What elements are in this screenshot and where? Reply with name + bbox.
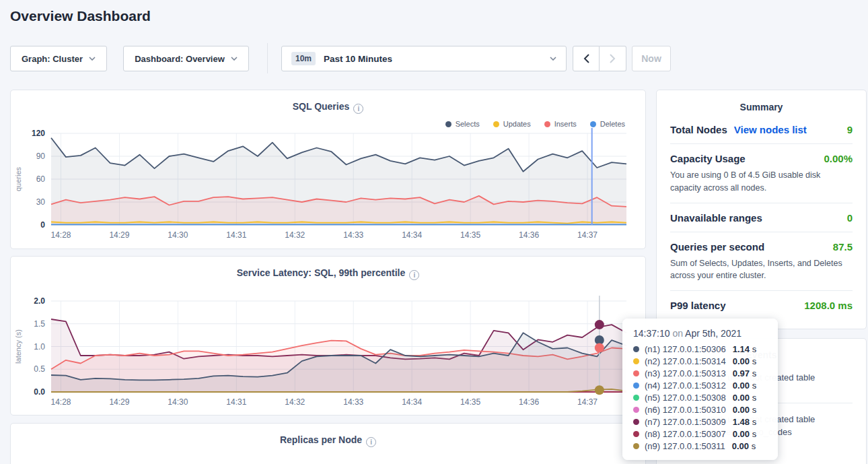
svg-text:14:34: 14:34 xyxy=(402,230,422,240)
node-address: (n7) 127.0.0.1:50309 xyxy=(645,417,726,427)
node-latency-value: 0.00 s xyxy=(732,441,756,451)
svg-text:0: 0 xyxy=(40,220,45,230)
tooltip-node-row: (n2) 127.0.0.1:503140.00 s xyxy=(633,355,767,367)
node-latency-value: 1.48 s xyxy=(733,417,756,427)
tooltip-node-rows: (n1) 127.0.0.1:503061.14 s(n2) 127.0.0.1… xyxy=(633,343,767,452)
svg-text:14:35: 14:35 xyxy=(460,397,480,407)
node-color-dot xyxy=(633,431,639,437)
tooltip-node-row: (n4) 127.0.0.1:503120.00 s xyxy=(633,379,767,391)
summary-value: 0.00% xyxy=(824,153,853,164)
summary-row: Capacity Usage0.00%You are using 0 B of … xyxy=(670,144,853,203)
tooltip-node-row: (n6) 127.0.0.1:503100.00 s xyxy=(633,403,767,416)
svg-text:14:32: 14:32 xyxy=(285,397,305,407)
svg-text:60: 60 xyxy=(36,174,46,184)
svg-text:14:35: 14:35 xyxy=(460,230,480,240)
summary-value: 1208.0 ms xyxy=(804,300,853,311)
chart-hover-tooltip: 14:37:10 on Apr 5th, 2021 (n1) 127.0.0.1… xyxy=(622,319,778,460)
svg-text:14:34: 14:34 xyxy=(402,397,422,407)
chevron-down-icon xyxy=(89,57,96,61)
summary-value: 0 xyxy=(847,212,853,224)
node-latency-value: 0.00 s xyxy=(733,405,756,415)
svg-text:14:31: 14:31 xyxy=(226,397,246,407)
node-address: (n3) 127.0.0.1:50313 xyxy=(645,368,726,378)
summary-rows: Total NodesView nodes list9Capacity Usag… xyxy=(657,115,866,319)
svg-text:14:33: 14:33 xyxy=(343,230,363,240)
graph-dropdown[interactable]: Graph: Cluster xyxy=(10,46,107,71)
page-title: Overview Dashboard xyxy=(10,8,151,24)
node-latency-value: 0.97 s xyxy=(733,368,756,378)
info-icon[interactable]: i xyxy=(366,437,376,447)
node-address: (n5) 127.0.0.1:50308 xyxy=(645,393,726,403)
node-latency-value: 0.00 s xyxy=(733,393,756,403)
node-address: (n2) 127.0.0.1:50314 xyxy=(645,356,726,366)
node-address: (n9) 127.0.0.1:50311 xyxy=(645,441,725,451)
svg-text:1.0: 1.0 xyxy=(34,342,45,352)
summary-subtitle: Sum of Selects, Updates, Inserts, and De… xyxy=(670,257,853,283)
svg-text:0.0: 0.0 xyxy=(34,387,45,397)
time-step-forward-button[interactable] xyxy=(600,46,626,71)
chevron-down-icon xyxy=(231,57,238,61)
dashboard-dropdown[interactable]: Dashboard: Overview xyxy=(123,46,249,71)
svg-text:0.5: 0.5 xyxy=(34,364,45,374)
replicas-per-node-title: Replicas per Nodei xyxy=(11,434,645,447)
time-step-buttons xyxy=(573,46,626,71)
sql-queries-card: SQL Queriesi SelectsUpdatesInsertsDelete… xyxy=(10,90,646,249)
node-color-dot xyxy=(633,407,639,413)
toolbar-divider xyxy=(267,43,268,73)
now-button[interactable]: Now xyxy=(632,46,671,71)
node-color-dot xyxy=(633,358,639,364)
svg-text:latency (s): latency (s) xyxy=(14,329,22,364)
svg-text:queries: queries xyxy=(14,166,22,191)
chevron-down-icon xyxy=(550,57,556,61)
node-color-dot xyxy=(633,346,639,352)
summary-label: Capacity Usage xyxy=(670,153,746,164)
tooltip-node-row: (n1) 127.0.0.1:503061.14 s xyxy=(633,343,767,355)
node-color-dot xyxy=(633,383,639,389)
time-range-selector[interactable]: 10m Past 10 Minutes xyxy=(281,46,567,71)
sql-queries-chart[interactable]: 14:2814:2914:3014:3114:3214:3314:3414:35… xyxy=(11,90,645,248)
node-color-dot xyxy=(633,419,639,425)
summary-label: P99 latency xyxy=(670,300,726,311)
summary-row: Queries per second87.5Sum of Selects, Up… xyxy=(670,232,853,292)
tooltip-node-row: (n7) 127.0.0.1:503091.48 s xyxy=(633,416,767,428)
svg-text:120: 120 xyxy=(32,129,45,138)
tooltip-node-row: (n5) 127.0.0.1:503080.00 s xyxy=(633,391,767,403)
node-address: (n6) 127.0.0.1:50310 xyxy=(645,405,726,415)
node-address: (n1) 127.0.0.1:50306 xyxy=(645,344,726,354)
node-color-dot xyxy=(633,443,639,449)
time-step-back-button[interactable] xyxy=(573,46,600,71)
summary-value: 9 xyxy=(847,124,853,135)
svg-text:1.5: 1.5 xyxy=(34,319,45,329)
svg-text:14:30: 14:30 xyxy=(168,397,188,407)
replicas-per-node-card: Replicas per Nodei xyxy=(10,423,646,464)
time-range-label: Past 10 Minutes xyxy=(324,54,392,64)
svg-text:14:32: 14:32 xyxy=(285,230,305,240)
svg-text:14:30: 14:30 xyxy=(168,230,188,240)
summary-subtitle: You are using 0 B of 4.5 GiB usable disk… xyxy=(670,169,853,195)
summary-label: Total Nodes xyxy=(670,124,727,135)
chevron-left-icon xyxy=(583,54,589,63)
node-address: (n8) 127.0.0.1:50307 xyxy=(645,429,726,439)
service-latency-card: Service Latency: SQL, 99th percentilei 1… xyxy=(10,256,646,416)
summary-title: Summary xyxy=(657,90,866,115)
summary-label: Queries per second xyxy=(670,241,764,253)
node-latency-value: 0.00 s xyxy=(733,356,756,366)
node-address: (n4) 127.0.0.1:50312 xyxy=(645,380,726,391)
summary-value: 87.5 xyxy=(833,241,853,253)
summary-card: Summary Total NodesView nodes list9Capac… xyxy=(656,90,867,329)
node-color-dot xyxy=(633,395,639,401)
summary-row: Total NodesView nodes list9 xyxy=(670,115,853,144)
svg-text:14:36: 14:36 xyxy=(519,230,539,240)
summary-label: Unavailable ranges xyxy=(670,212,762,224)
svg-text:14:37: 14:37 xyxy=(577,230,598,240)
svg-text:14:28: 14:28 xyxy=(50,230,71,240)
tooltip-node-row: (n8) 127.0.0.1:503070.00 s xyxy=(633,428,767,440)
graph-dropdown-label: Graph: Cluster xyxy=(22,54,83,64)
service-latency-chart[interactable]: 14:2814:2914:3014:3114:3214:3314:3414:35… xyxy=(11,257,645,415)
view-nodes-link[interactable]: View nodes list xyxy=(734,124,807,135)
svg-text:14:36: 14:36 xyxy=(519,397,539,407)
svg-text:14:29: 14:29 xyxy=(109,230,129,240)
svg-text:2.0: 2.0 xyxy=(34,296,45,306)
node-latency-value: 0.00 s xyxy=(733,429,756,439)
summary-row: P99 latency1208.0 ms xyxy=(670,291,853,319)
